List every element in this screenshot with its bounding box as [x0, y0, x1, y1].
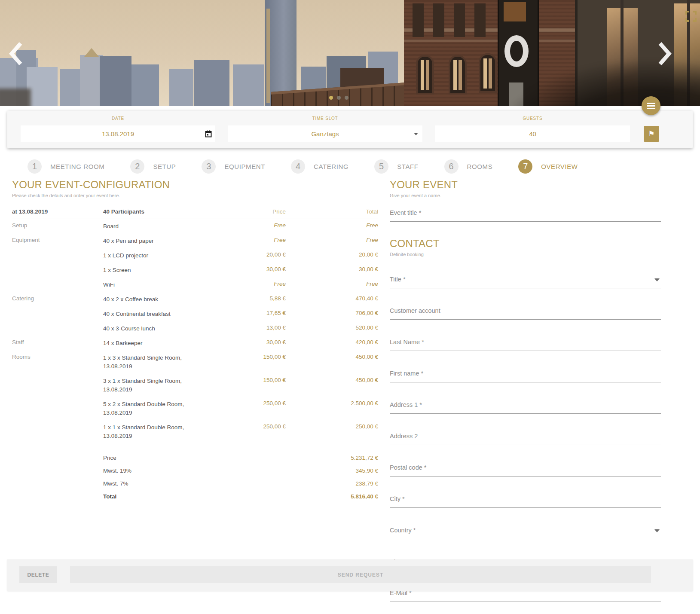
table-row: 1 x 1 x Standard Double Room, 13.08.2019… — [12, 420, 378, 443]
step-label: OVERVIEW — [541, 163, 578, 170]
timeslot-value: Ganztags — [311, 130, 339, 137]
form-field[interactable]: Customer account — [390, 307, 661, 320]
row-price: Free — [198, 237, 286, 243]
row-category: Equipment — [12, 237, 103, 243]
row-item: 1 x LCD projector — [103, 251, 198, 260]
timeslot-field-group: TIME SLOT Ganztags — [228, 116, 422, 142]
row-total: Free — [286, 222, 378, 229]
form-field-placeholder: Title * — [390, 276, 661, 283]
stepper-step[interactable]: 6 ROOMS — [444, 159, 493, 174]
booking-bar: DATE 13.08.2019 TIME SLOT Ganztags GUEST… — [7, 111, 693, 148]
form-field[interactable]: Title * — [390, 276, 661, 288]
guests-value: 40 — [529, 130, 536, 137]
row-price: 250,00 € — [198, 423, 286, 430]
step-label: ROOMS — [467, 163, 493, 170]
config-title: YOUR EVENT-CONFIGURATION — [12, 179, 378, 191]
step-label: CATERING — [314, 163, 348, 170]
carousel-prev-icon[interactable] — [9, 41, 23, 66]
form-field-placeholder: First name * — [390, 370, 661, 377]
timeslot-select[interactable]: Ganztags — [228, 125, 422, 142]
delete-button[interactable]: DELETE — [19, 566, 57, 583]
table-row: 1 x Screen 30,00 € 30,00 € — [12, 263, 378, 278]
hamburger-icon — [647, 103, 655, 104]
carousel-next-icon[interactable] — [657, 41, 672, 66]
form-field-placeholder: Postal code * — [390, 464, 661, 471]
send-request-button[interactable]: SEND REQUEST — [70, 566, 651, 583]
row-item: 3 x 1 x Standard Single Room, 13.08.2019 — [103, 377, 198, 394]
carousel-dot[interactable] — [329, 96, 333, 100]
summary-value: 238,79 € — [286, 480, 378, 487]
table-row: 5 x 2 x Standard Double Room, 13.08.2019… — [12, 397, 378, 420]
stepper-step[interactable]: 2 SETUP — [130, 159, 176, 174]
step-number: 3 — [202, 159, 216, 174]
row-price: 150,00 € — [198, 377, 286, 383]
table-row: 1 x LCD projector 20,00 € 20,00 € — [12, 248, 378, 263]
row-total: 520,00 € — [286, 324, 378, 331]
stepper-step[interactable]: 4 CATERING — [291, 159, 348, 174]
form-field[interactable]: City * — [390, 495, 661, 508]
carousel-dot[interactable] — [337, 96, 341, 100]
row-total: 420,00 € — [286, 339, 378, 345]
row-item: 40 x Pen and paper — [103, 237, 198, 245]
config-table: at 13.08.2019 40 Participants Price Tota… — [12, 205, 378, 503]
menu-button[interactable] — [642, 96, 660, 115]
stepper-step[interactable]: 1 MEETING ROOM — [28, 159, 104, 174]
row-item: 40 x 3-Course lunch — [103, 324, 198, 333]
row-category: Staff — [12, 339, 103, 345]
row-total: 2.500,00 € — [286, 400, 378, 406]
table-row: Equipment 40 x Pen and paper Free Free — [12, 234, 378, 248]
date-input[interactable]: 13.08.2019 — [21, 125, 215, 142]
form-field[interactable]: First name * — [390, 370, 661, 382]
step-number: 4 — [291, 159, 305, 174]
form-field-placeholder: Address 1 * — [390, 401, 661, 408]
header-total: Total — [286, 208, 378, 215]
row-total: 470,40 € — [286, 295, 378, 302]
event-title-placeholder: Event title * — [390, 209, 661, 216]
form-field[interactable]: Postal code * — [390, 464, 661, 477]
hero-carousel — [0, 0, 700, 106]
form-field[interactable]: Address 1 * — [390, 401, 661, 414]
row-price: 5,88 € — [198, 295, 286, 302]
form-field[interactable]: Country * — [390, 527, 661, 539]
flag-icon: ⚑ — [648, 130, 654, 138]
event-title-input[interactable]: Event title * — [390, 209, 661, 222]
step-number: 2 — [130, 159, 144, 174]
row-item: Board — [103, 222, 198, 231]
row-total: Free — [286, 281, 378, 287]
carousel-dots[interactable] — [329, 96, 348, 100]
summary-label: Mwst. 7% — [103, 480, 198, 487]
stepper-step[interactable]: 5 STAFF — [374, 159, 418, 174]
calendar-icon[interactable] — [205, 130, 212, 137]
row-total: 30,00 € — [286, 266, 378, 272]
stepper-step[interactable]: 3 EQUIPMENT — [202, 159, 265, 174]
row-price: 13,00 € — [198, 324, 286, 331]
timeslot-label: TIME SLOT — [228, 116, 422, 121]
contact-subtitle: Definite booking — [390, 252, 661, 257]
row-item: 40 x 2 x Coffee break — [103, 295, 198, 304]
carousel-dot[interactable] — [345, 96, 348, 100]
stepper-step[interactable]: 7 OVERVIEW — [518, 159, 578, 174]
row-category: Rooms — [12, 354, 103, 360]
form-field[interactable]: Last Name * — [390, 339, 661, 351]
header-participants: 40 Participants — [103, 208, 198, 215]
guests-input[interactable]: 40 — [435, 125, 630, 142]
header-date: at 13.08.2019 — [12, 208, 103, 215]
row-total: 20,00 € — [286, 251, 378, 258]
table-row: WiFi Free Free — [12, 278, 378, 292]
guests-label: GUESTS — [435, 116, 630, 121]
row-total: Free — [286, 237, 378, 243]
table-row: 40 x 3-Course lunch 13,00 € 520,00 € — [12, 321, 378, 336]
row-item: 14 x Barkeeper — [103, 339, 198, 348]
form-field-placeholder: Last Name * — [390, 339, 661, 345]
flag-button[interactable]: ⚑ — [644, 126, 659, 142]
summary-row: Mwst. 19% 345,90 € — [12, 464, 378, 477]
footer-action-bar: DELETE SEND REQUEST — [7, 559, 693, 591]
row-item: 5 x 2 x Standard Double Room, 13.08.2019 — [103, 400, 198, 417]
date-value: 13.08.2019 — [102, 130, 134, 137]
fullscreen-icon[interactable] — [685, 11, 697, 22]
step-label: MEETING ROOM — [50, 163, 104, 170]
form-field[interactable]: E-Mail * — [390, 590, 661, 602]
summary-row: Mwst. 7% 238,79 € — [12, 477, 378, 490]
form-field[interactable]: Address 2 — [390, 433, 661, 445]
step-number: 1 — [28, 159, 42, 174]
